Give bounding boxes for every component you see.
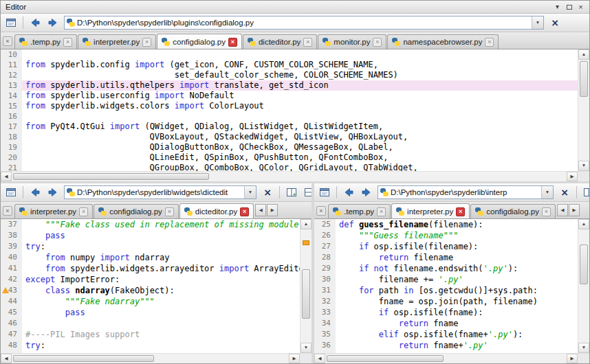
tab-close-icon[interactable]: × (165, 207, 174, 216)
line-number[interactable]: 47 (1, 329, 22, 340)
forward-button[interactable] (45, 15, 61, 30)
file-path-combobox[interactable]: D:\Python\spyder\spyderlib\interp ▼ (378, 185, 554, 199)
scrollbar-thumb[interactable] (13, 355, 154, 362)
code-line[interactable]: 43 class ndarray(FakeObject): (1, 285, 300, 296)
line-number[interactable]: 42 (1, 274, 22, 285)
scroll-up-button[interactable]: ▲ (578, 219, 589, 229)
line-number[interactable]: 39 (1, 241, 22, 252)
code-line[interactable]: 47#----PIL Images support (1, 329, 300, 340)
close-pane-button[interactable]: × (316, 206, 326, 216)
code-line[interactable]: 25def guess_filename(filename): (314, 219, 578, 230)
scrollbar-thumb[interactable] (580, 61, 588, 97)
line-number[interactable]: 43 (1, 285, 22, 296)
scroll-right-button[interactable]: ▶ (567, 354, 578, 363)
combobox-dropdown-button[interactable]: ▼ (244, 186, 256, 198)
horizontal-scrollbar[interactable]: ◀ ▶ (1, 171, 578, 181)
code-line[interactable]: 36 return fname+'.py' (314, 340, 578, 351)
code-line[interactable]: 39try: (1, 241, 300, 252)
tab--temp-py[interactable]: .temp.py× (328, 204, 391, 218)
scrollbar-thumb[interactable] (13, 173, 209, 180)
code-line[interactable]: 41 from spyderlib.widgets.arrayeditor im… (1, 263, 300, 274)
scroll-left-button[interactable]: ◀ (314, 354, 325, 363)
line-number[interactable]: 27 (314, 241, 336, 252)
tab-close-icon[interactable]: × (485, 38, 494, 47)
line-number[interactable]: 28 (314, 252, 336, 263)
tab-close-icon[interactable]: × (542, 207, 551, 216)
line-number[interactable]: 19 (1, 142, 22, 152)
line-number[interactable]: 26 (314, 230, 336, 241)
tab-scroll-left-button[interactable]: ◀ (557, 204, 568, 216)
scroll-left-button[interactable]: ◀ (1, 172, 12, 181)
combobox-dropdown-button[interactable]: ▼ (541, 186, 553, 198)
line-number[interactable]: 20 (1, 152, 22, 163)
line-number[interactable]: 31 (314, 285, 336, 296)
code-line[interactable]: 10 (1, 49, 578, 60)
tab-interpreter-py[interactable]: interpreter.py× (14, 204, 93, 218)
line-number[interactable]: 12 (1, 70, 22, 80)
tab-close-icon[interactable]: × (228, 38, 237, 47)
tab-dicteditor-py[interactable]: dicteditor.py× (179, 203, 254, 219)
line-number[interactable]: 46 (1, 318, 22, 329)
tab-close-icon[interactable]: × (377, 207, 386, 216)
code-line[interactable]: 28 return filename (314, 252, 578, 263)
code-line[interactable]: 20 QLineEdit, QSpinBox, QPushButton, QFo… (1, 152, 578, 163)
tab-configdialog-py[interactable]: configdialog.py× (157, 34, 242, 49)
line-number[interactable]: 14 (1, 91, 22, 101)
line-number[interactable]: 44 (1, 296, 22, 307)
line-number[interactable]: 41 (1, 263, 22, 274)
line-number[interactable]: 48 (1, 340, 22, 351)
close-split-button[interactable]: × (259, 185, 276, 200)
close-split-button[interactable]: × (547, 15, 563, 30)
tab-scroll-right-button[interactable]: ▶ (569, 204, 580, 216)
tab-close-icon[interactable]: × (303, 38, 312, 47)
line-number[interactable]: 34 (314, 318, 336, 329)
tab-close-icon[interactable]: × (63, 38, 72, 47)
code-line[interactable]: 29 if not filename.endswith('.py'): (314, 263, 578, 274)
vertical-scrollbar[interactable]: ▲ ▼ (578, 219, 589, 353)
code-line[interactable]: 40 from numpy import ndarray (1, 252, 300, 263)
scroll-down-button[interactable]: ▼ (578, 343, 589, 353)
code-line[interactable]: 34 return fname (314, 318, 578, 329)
scroll-right-button[interactable]: ▶ (289, 354, 300, 363)
scroll-up-button[interactable]: ▲ (301, 219, 312, 229)
scrollbar-track[interactable] (578, 229, 589, 343)
tab-scroll-left-button[interactable]: ◀ (255, 204, 266, 216)
tab-configdialog-py[interactable]: configdialog.py× (94, 204, 179, 218)
code-line[interactable]: 46 (1, 318, 300, 329)
line-number[interactable]: 16 (1, 111, 22, 122)
code-line[interactable]: 27 if osp.isfile(filename): (314, 241, 578, 252)
line-number[interactable]: 36 (314, 340, 336, 351)
code-line[interactable]: 17from PyQt4.QtGui import (QWidget, QDia… (1, 122, 578, 132)
code-line[interactable]: 15from spyderlib.widgets.colors import C… (1, 101, 578, 111)
code-line[interactable]: 38 pass (1, 230, 300, 241)
code-line[interactable]: 14from spyderlib.userconfig import NoDef… (1, 91, 578, 101)
line-number[interactable]: 11 (1, 60, 22, 70)
line-number[interactable]: 33 (314, 307, 336, 318)
tab-interpreter-py[interactable]: interpreter.py× (78, 34, 156, 49)
pin-button[interactable]: ▾ (551, 2, 563, 12)
code-line[interactable]: 13from spyderlib.utils.qthelpers import … (1, 80, 578, 91)
file-path-combobox[interactable]: D:\Python\spyder\spyderlib\plugins\confi… (64, 16, 544, 30)
scroll-down-button[interactable]: ▼ (301, 343, 312, 353)
tab-namespacebrowser-py[interactable]: namespacebrowser.py× (387, 34, 499, 49)
code-line[interactable]: 32 fname = osp.join(path, filename) (314, 296, 578, 307)
line-number[interactable]: 32 (314, 296, 336, 307)
scroll-left-button[interactable]: ◀ (1, 354, 12, 363)
close-pane-button[interactable]: × (3, 36, 12, 46)
code-line[interactable]: 37 """Fake class used in replacement of … (1, 219, 300, 230)
code-area[interactable]: 25def guess_filename(filename):26 """Gue… (314, 219, 578, 353)
code-line[interactable]: 11from spyderlib.config import (get_icon… (1, 60, 578, 70)
back-button[interactable] (340, 185, 357, 200)
tab--temp-py[interactable]: .temp.py× (14, 34, 77, 49)
line-number[interactable]: 29 (314, 263, 336, 274)
tab-close-icon[interactable]: × (79, 207, 88, 216)
scrollbar-track[interactable] (12, 172, 567, 181)
line-number[interactable]: 40 (1, 252, 22, 263)
file-switcher-button[interactable] (316, 185, 333, 200)
line-number[interactable]: 18 (1, 132, 22, 142)
back-button[interactable] (27, 15, 43, 30)
code-line[interactable]: 19 QDialogButtonBox, QCheckBox, QMessage… (1, 142, 578, 152)
line-number[interactable]: 37 (1, 219, 22, 230)
split-vertically-button[interactable] (283, 185, 300, 200)
tab-monitor-py[interactable]: monitor.py× (318, 34, 386, 49)
